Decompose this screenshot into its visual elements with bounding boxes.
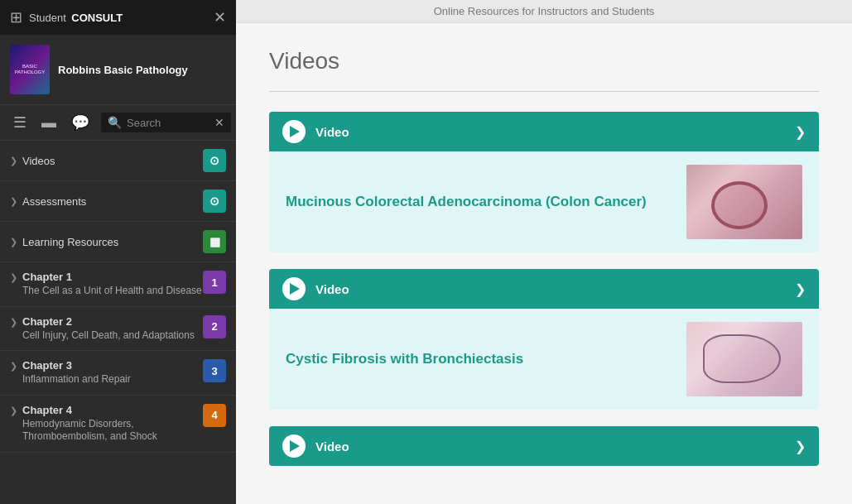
sidebar-item-chapter-1[interactable]: ❯ Chapter 1 The Cell as a Unit of Health… (0, 262, 236, 307)
main-content: Online Resources for Instructors and Stu… (236, 0, 852, 504)
comment-icon[interactable]: 💬 (68, 112, 93, 133)
play-icon-1 (282, 120, 306, 143)
play-triangle-1 (290, 126, 300, 137)
chevron-icon: ❯ (10, 272, 17, 283)
chapter-2-title: Chapter 2 (22, 315, 203, 328)
chapter-1-title: Chapter 1 (22, 271, 203, 283)
play-triangle-3 (290, 440, 300, 452)
chevron-icon: ❯ (10, 156, 17, 166)
video-title-2[interactable]: Cystic Fibrosis with Bronchiectasis (286, 351, 670, 367)
nav-label-learning-resources: Learning Resources (22, 236, 203, 248)
sidebar-header: ⊞ Student CONSULT ✕ (0, 0, 236, 35)
chapter-1-badge: 1 (203, 271, 226, 294)
video-card-1: Video ❯ Mucinous Colorectal Adenocarcino… (269, 112, 819, 252)
sidebar-item-chapter-2[interactable]: ❯ Chapter 2 Cell Injury, Cell Death, and… (0, 307, 236, 352)
sidebar-item-videos[interactable]: ❯ Videos ⊙ (0, 141, 236, 181)
top-bar-text: Online Resources for Instructors and Stu… (434, 5, 655, 17)
grid-icon: ⊞ (10, 8, 22, 26)
chevron-icon: ❯ (10, 361, 17, 372)
video-card-3: Video ❯ (269, 426, 819, 466)
chapter-3-title: Chapter 3 (22, 359, 203, 372)
sidebar-item-learning-resources[interactable]: ❯ Learning Resources ▦ (0, 222, 236, 262)
play-icon-2 (282, 277, 306, 300)
video-header-chevron-1: ❯ (795, 124, 806, 140)
book-icon[interactable]: ▬ (38, 113, 60, 133)
video-header-label-3: Video (315, 439, 795, 454)
assessments-badge: ⊙ (203, 190, 226, 213)
search-input[interactable] (127, 117, 209, 129)
video-thumb-1 (686, 165, 802, 239)
video-body-2: Cystic Fibrosis with Bronchiectasis (269, 309, 819, 410)
video-header-chevron-2: ❯ (795, 281, 806, 297)
video-thumb-2 (686, 322, 802, 396)
close-icon[interactable]: ✕ (214, 8, 226, 26)
sidebar-item-assessments[interactable]: ❯ Assessments ⊙ (0, 181, 236, 222)
chapter-2-subtitle: Cell Injury, Cell Death, and Adaptations (22, 329, 203, 343)
videos-badge: ⊙ (203, 149, 226, 172)
chevron-icon: ❯ (10, 406, 17, 416)
sidebar-item-chapter-4[interactable]: ❯ Chapter 4 Hemodynamic Disorders, Throm… (0, 396, 236, 453)
chapter-4-title: Chapter 4 (22, 404, 203, 416)
brand-label: Student CONSULT (29, 10, 123, 25)
chapter-4-subtitle: Hemodynamic Disorders, Thromboembolism, … (22, 418, 203, 444)
sidebar-toolbar: ☰ ▬ 💬 🔍 ✕ (0, 105, 236, 141)
sidebar-nav: ❯ Videos ⊙ ❯ Assessments ⊙ ❯ Learning Re… (0, 141, 236, 504)
chevron-icon: ❯ (10, 196, 17, 207)
content-area: Videos Video ❯ Mucinous Colorectal Adeno… (236, 23, 852, 504)
sidebar: ⊞ Student CONSULT ✕ BASICPATHOLOGY Robbi… (0, 0, 236, 504)
video-header-2[interactable]: Video ❯ (269, 269, 819, 309)
video-header-label-2: Video (315, 282, 795, 296)
nav-label-assessments: Assessments (22, 195, 203, 208)
video-header-3[interactable]: Video ❯ (269, 426, 819, 466)
search-clear-icon[interactable]: ✕ (214, 116, 224, 129)
chapter-3-text: Chapter 3 Inflammation and Repair (22, 359, 203, 386)
book-cover: BASICPATHOLOGY (10, 45, 50, 94)
video-header-1[interactable]: Video ❯ (269, 112, 819, 151)
chapter-4-badge: 4 (203, 404, 226, 427)
book-title: Robbins Basic Pathology (58, 64, 188, 76)
video-body-1: Mucinous Colorectal Adenocarcinoma (Colo… (269, 151, 819, 252)
chevron-icon: ❯ (10, 317, 17, 328)
learning-resources-badge: ▦ (203, 230, 226, 253)
chapter-4-text: Chapter 4 Hemodynamic Disorders, Thrombo… (22, 404, 203, 444)
brand-student: Student (29, 12, 66, 24)
top-bar: Online Resources for Instructors and Stu… (236, 0, 852, 23)
play-triangle-2 (290, 283, 300, 295)
thumb-colon-image (686, 165, 802, 239)
video-header-chevron-3: ❯ (795, 439, 806, 454)
brand-consult: CONSULT (71, 12, 123, 24)
sidebar-item-chapter-3[interactable]: ❯ Chapter 3 Inflammation and Repair 3 (0, 351, 236, 396)
page-title: Videos (269, 48, 819, 74)
search-box: 🔍 ✕ (101, 113, 231, 132)
chapter-2-text: Chapter 2 Cell Injury, Cell Death, and A… (22, 315, 203, 343)
book-info: BASICPATHOLOGY Robbins Basic Pathology (0, 35, 236, 105)
list-icon[interactable]: ☰ (10, 112, 30, 133)
video-header-label-1: Video (315, 125, 795, 139)
video-title-1[interactable]: Mucinous Colorectal Adenocarcinoma (Colo… (286, 194, 670, 210)
chapter-2-badge: 2 (203, 315, 226, 338)
chevron-icon: ❯ (10, 237, 17, 247)
nav-label-videos: Videos (22, 155, 203, 167)
thumb-lung-image (686, 322, 802, 396)
sidebar-header-left: ⊞ Student CONSULT (10, 8, 123, 26)
chapter-3-badge: 3 (203, 359, 226, 382)
play-icon-3 (282, 434, 306, 458)
chapter-1-text: Chapter 1 The Cell as a Unit of Health a… (22, 271, 203, 298)
search-icon: 🔍 (108, 116, 122, 129)
chapter-3-subtitle: Inflammation and Repair (22, 373, 203, 386)
divider (269, 91, 819, 92)
video-card-2: Video ❯ Cystic Fibrosis with Bronchiecta… (269, 269, 819, 410)
chapter-1-subtitle: The Cell as a Unit of Health and Disease (22, 285, 203, 298)
